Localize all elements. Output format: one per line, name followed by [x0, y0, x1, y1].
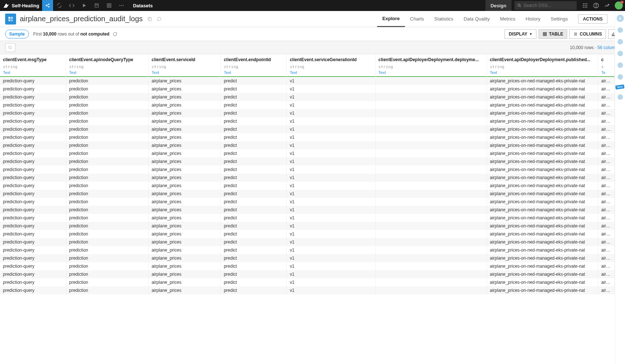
bird-icon: [3, 2, 10, 9]
nav-more-icon[interactable]: [115, 0, 128, 11]
refresh-icon: [157, 16, 162, 22]
refresh-title-icon[interactable]: [157, 16, 162, 22]
table-icon: [543, 32, 547, 36]
toolbar: Sample First 10,000 rows out of not comp…: [0, 27, 625, 41]
svg-rect-26: [11, 19, 13, 21]
svg-point-20: [586, 7, 587, 8]
share-button[interactable]: [42, 0, 53, 11]
svg-rect-4: [107, 4, 109, 5]
global-search[interactable]: [514, 1, 577, 10]
svg-rect-24: [11, 17, 13, 19]
svg-rect-27: [149, 18, 151, 21]
svg-point-32: [617, 51, 623, 55]
rows-count: 10,000 rows: [570, 45, 594, 50]
svg-point-17: [586, 5, 587, 6]
row-col-counts: 10,000 rows · 56 columns: [570, 45, 620, 50]
rail-add-button[interactable]: +: [617, 15, 624, 22]
svg-point-18: [583, 7, 584, 8]
sample-info: First 10,000 rows out of not computed: [33, 31, 109, 37]
svg-rect-25: [8, 19, 10, 21]
tab-settings[interactable]: Settings: [546, 11, 573, 27]
list-icon: [573, 32, 578, 36]
svg-point-13: [585, 3, 586, 4]
code-icon: [69, 3, 75, 8]
svg-point-8: [119, 5, 120, 6]
svg-point-16: [585, 5, 586, 6]
apps-icon[interactable]: [580, 0, 591, 11]
svg-point-15: [583, 5, 584, 6]
brand-logo[interactable]: Self-Healing: [0, 2, 42, 9]
circle-arrows-icon: [56, 3, 62, 8]
nav-run-icon[interactable]: [78, 0, 90, 11]
stack-icon: [7, 16, 14, 22]
activity-icon[interactable]: [602, 0, 613, 11]
design-mode-button[interactable]: Design: [486, 0, 511, 11]
svg-point-14: [586, 3, 587, 4]
svg-rect-3: [95, 4, 98, 7]
svg-point-30: [617, 27, 623, 33]
rail-info-icon[interactable]: [617, 26, 624, 34]
user-avatar[interactable]: [615, 1, 623, 10]
search-icon: [517, 3, 521, 8]
list-circle-icon: [617, 38, 624, 45]
sub-bar: airplane_prices_prediction_audit_logs Ex…: [0, 11, 625, 27]
svg-point-19: [585, 7, 586, 8]
svg-rect-7: [109, 6, 111, 7]
apps-grid-icon: [582, 3, 588, 8]
search-input[interactable]: [524, 3, 574, 8]
dataset-icon[interactable]: [5, 14, 16, 25]
svg-rect-23: [8, 17, 10, 19]
section-label[interactable]: Datasets: [128, 3, 158, 8]
refresh-sample-icon[interactable]: [112, 31, 118, 37]
question-icon: [593, 3, 599, 8]
svg-rect-28: [543, 32, 547, 36]
svg-point-11: [518, 4, 520, 6]
svg-point-31: [617, 39, 623, 45]
copy-icon: [147, 16, 152, 22]
svg-point-12: [583, 3, 584, 4]
brand-text: Self-Healing: [12, 3, 39, 8]
nav-code-icon[interactable]: [66, 0, 78, 11]
dataset-title: airplane_prices_prediction_audit_logs: [20, 15, 143, 23]
tab-explore[interactable]: Explore: [377, 11, 405, 27]
nav-flow-icon[interactable]: [53, 0, 66, 11]
display-dropdown[interactable]: DISPLAY▼: [505, 29, 536, 39]
tab-data-quality[interactable]: Data Quality: [458, 11, 495, 27]
tab-history[interactable]: History: [521, 11, 546, 27]
svg-point-9: [121, 5, 122, 6]
check-circle-icon: [617, 50, 624, 54]
search-small-icon: [8, 45, 12, 50]
svg-rect-5: [109, 4, 111, 5]
view-columns-button[interactable]: COLUMNS: [569, 29, 606, 39]
tab-metrics[interactable]: Metrics: [495, 11, 521, 27]
help-icon[interactable]: [591, 0, 602, 11]
svg-rect-6: [107, 6, 109, 7]
caret-down-icon: ▼: [529, 32, 532, 36]
svg-point-10: [123, 5, 124, 6]
top-bar: Self-Healing Datasets Design: [0, 0, 625, 11]
right-rail: + New: [615, 11, 625, 54]
tab-statistics[interactable]: Statistics: [429, 11, 458, 27]
actions-button[interactable]: ACTIONS: [578, 14, 607, 24]
copy-title-icon[interactable]: [147, 16, 152, 22]
tab-charts[interactable]: Charts: [405, 11, 429, 27]
view-table-button[interactable]: TABLE: [539, 29, 567, 39]
save-icon: [94, 3, 99, 8]
sample-button[interactable]: Sample: [5, 30, 29, 38]
grid-icon: [107, 3, 112, 8]
svg-point-29: [9, 46, 11, 48]
nav-save-icon[interactable]: [90, 0, 103, 11]
rail-list-icon[interactable]: [617, 38, 624, 45]
dots-icon: [119, 3, 124, 8]
info-icon: [617, 27, 624, 33]
trend-icon: [604, 3, 610, 8]
play-icon: [82, 3, 87, 8]
svg-point-22: [596, 7, 596, 7]
share-icon: [45, 3, 50, 8]
refresh-small-icon: [112, 31, 118, 37]
column-search[interactable]: [5, 43, 15, 52]
meta-bar: 10,000 rows · 56 columns: [0, 41, 625, 54]
rail-check-icon[interactable]: [617, 50, 624, 54]
nav-dashboard-icon[interactable]: [103, 0, 115, 11]
